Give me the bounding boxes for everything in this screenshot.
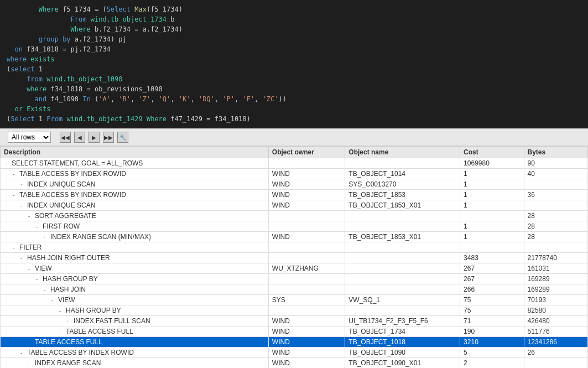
table-row[interactable]: · INDEX RANGE SCAN (MIN/MAX)WINDTB_OBJEC… [1, 232, 588, 242]
row-object-name [345, 305, 460, 316]
row-cost: 1 [460, 179, 524, 190]
row-bytes: 28 [524, 211, 587, 221]
row-bytes: 26 [524, 348, 587, 358]
row-object-name: UI_TB1734_F2_F3_F5_F6 [345, 316, 460, 326]
row-cost: 3483 [460, 253, 524, 263]
row-cost: 71 [460, 316, 524, 326]
row-cost: 1 [460, 232, 524, 242]
row-cost: 2 [460, 358, 524, 369]
table-row[interactable]: - VIEWWU_XTZHANG267161031 [1, 263, 588, 274]
row-object-name: TB_OBJECT_1853 [345, 190, 460, 200]
optimizer-select[interactable]: All rowsFirst rowsChooseRule [8, 132, 51, 143]
row-bytes: 161031 [524, 263, 587, 274]
table-row[interactable]: - FILTER [1, 242, 588, 253]
execution-plan-table: Description Object owner Object name Cos… [0, 146, 588, 368]
table-row[interactable]: - FIRST ROW128 [1, 221, 588, 232]
row-cost: 190 [460, 326, 524, 337]
row-owner [268, 284, 345, 295]
nav-first-button[interactable]: ◀◀ [60, 132, 71, 143]
row-bytes [524, 358, 587, 369]
row-bytes [524, 242, 587, 253]
row-object-name [345, 263, 460, 274]
row-description: - HASH JOIN RIGHT OUTER [1, 253, 269, 263]
table-row[interactable]: - INDEX UNIQUE SCANWINDTB_OBJECT_1853_X0… [1, 200, 588, 211]
table-row[interactable]: - VIEWSYSVW_SQ_17570193 [1, 295, 588, 305]
table-row[interactable]: - SELECT STATEMENT, GOAL = ALL_ROWS10699… [1, 158, 588, 169]
row-cost: 1 [460, 190, 524, 200]
row-object-name: TB_OBJECT_1090 [345, 348, 460, 358]
table-row[interactable]: - HASH JOIN RIGHT OUTER348321778740 [1, 253, 588, 263]
row-owner [268, 274, 345, 284]
row-bytes: 82580 [524, 305, 587, 316]
row-description: - TABLE ACCESS BY INDEX ROWID [1, 348, 269, 358]
nav-prev-button[interactable]: ◀ [74, 132, 85, 143]
table-row[interactable]: - HASH JOIN266169289 [1, 284, 588, 295]
row-description: - FIRST ROW [1, 221, 269, 232]
table-row[interactable]: - HASH GROUP BY7582580 [1, 305, 588, 316]
row-owner: WIND [268, 200, 345, 211]
row-bytes: 28 [524, 232, 587, 242]
table-row[interactable]: - TABLE ACCESS BY INDEX ROWIDWINDTB_OBJE… [1, 190, 588, 200]
row-owner: WIND [268, 169, 345, 179]
row-owner [268, 221, 345, 232]
row-owner [268, 158, 345, 169]
row-object-name: SYS_C0013270 [345, 179, 460, 190]
row-owner [268, 211, 345, 221]
table-row[interactable]: · INDEX UNIQUE SCANWINDSYS_C00132701 [1, 179, 588, 190]
table-row[interactable]: - SORT AGGREGATE28 [1, 211, 588, 221]
row-object-name: TB_OBJECT_1018 [345, 337, 460, 348]
row-owner: WU_XTZHANG [268, 263, 345, 274]
row-bytes: 169289 [524, 284, 587, 295]
settings-button[interactable]: 🔧 [117, 132, 128, 143]
row-cost [460, 211, 524, 221]
row-description: - TABLE ACCESS BY INDEX ROWID [1, 190, 269, 200]
row-bytes: 169289 [524, 274, 587, 284]
col-description: Description [1, 147, 269, 158]
table-row[interactable]: · TABLE ACCESS FULLWINDTB_OBJECT_1018321… [1, 337, 588, 348]
row-description: - SELECT STATEMENT, GOAL = ALL_ROWS [1, 158, 269, 169]
row-owner [268, 242, 345, 253]
table-row[interactable]: - HASH GROUP BY267169289 [1, 274, 588, 284]
row-object-name: VW_SQ_1 [345, 295, 460, 305]
row-bytes: 36 [524, 190, 587, 200]
row-cost: 267 [460, 274, 524, 284]
row-object-name: TB_OBJECT_1853_X01 [345, 200, 460, 211]
row-object-name [345, 253, 460, 263]
row-owner [268, 253, 345, 263]
row-description: · INDEX FAST FULL SCAN [1, 316, 269, 326]
row-bytes: 426480 [524, 316, 587, 326]
row-object-name [345, 158, 460, 169]
row-owner [268, 305, 345, 316]
row-description: - SORT AGGREGATE [1, 211, 269, 221]
row-owner: WIND [268, 326, 345, 337]
row-object-name: TB_OBJECT_1734 [345, 326, 460, 337]
row-description: · INDEX RANGE SCAN (MIN/MAX) [1, 232, 269, 242]
row-description: · INDEX UNIQUE SCAN [1, 179, 269, 190]
row-bytes: 28 [524, 221, 587, 232]
row-bytes: 70193 [524, 295, 587, 305]
row-description: - TABLE ACCESS BY INDEX ROWID [1, 169, 269, 179]
sql-editor[interactable]: Where f5_1734 = (Select Max(f5_1734) Fro… [0, 0, 588, 128]
row-owner: WIND [268, 358, 345, 369]
row-cost: 1069980 [460, 158, 524, 169]
row-bytes: 90 [524, 158, 587, 169]
table-row[interactable]: · TABLE ACCESS FULLWINDTB_OBJECT_1734190… [1, 326, 588, 337]
table-row[interactable]: - TABLE ACCESS BY INDEX ROWIDWINDTB_OBJE… [1, 169, 588, 179]
table-row[interactable]: · INDEX FAST FULL SCANWINDUI_TB1734_F2_F… [1, 316, 588, 326]
row-cost: 75 [460, 295, 524, 305]
row-description: - INDEX UNIQUE SCAN [1, 200, 269, 211]
row-bytes: 21778740 [524, 253, 587, 263]
row-cost: 1 [460, 200, 524, 211]
row-bytes: 40 [524, 169, 587, 179]
nav-next-button[interactable]: ▶ [89, 132, 100, 143]
nav-last-button[interactable]: ▶▶ [103, 132, 114, 143]
row-description: · INDEX RANGE SCAN [1, 358, 269, 369]
row-bytes: 12341286 [524, 337, 587, 348]
col-owner: Object owner [268, 147, 345, 158]
row-object-name [345, 284, 460, 295]
row-object-name [345, 242, 460, 253]
table-row[interactable]: · INDEX RANGE SCANWINDTB_OBJECT_1090_X01… [1, 358, 588, 369]
row-object-name [345, 221, 460, 232]
row-owner: WIND [268, 179, 345, 190]
table-row[interactable]: - TABLE ACCESS BY INDEX ROWIDWINDTB_OBJE… [1, 348, 588, 358]
